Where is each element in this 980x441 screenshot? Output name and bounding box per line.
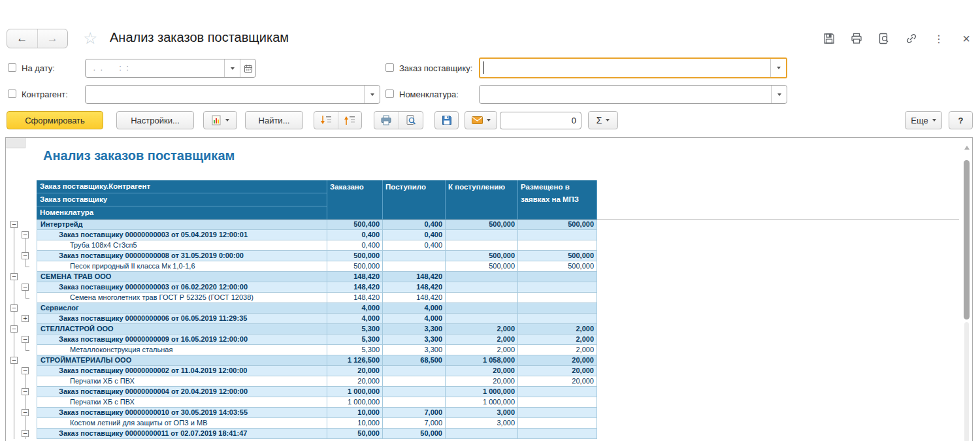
table-row[interactable]: Песок природный II класса Мк 1,0-1,6500,… (6, 261, 597, 272)
favorite-star-icon[interactable]: ☆ (83, 29, 97, 48)
supplier-order-checkbox[interactable] (385, 63, 394, 72)
on-date-dropdown[interactable] (224, 59, 240, 77)
header-cell-received[interactable]: Поступило (383, 180, 446, 220)
tree-margin: − (6, 366, 37, 376)
tree-margin: − (6, 303, 37, 314)
printer-icon (380, 115, 392, 125)
tree-margin (6, 418, 37, 429)
expander-minus-icon[interactable]: − (10, 273, 18, 280)
cell-value: 500,400 (327, 220, 383, 230)
forward-button[interactable]: → (37, 29, 68, 48)
cell-group-label: Заказ поставщику 00000000006 от 06.05.20… (37, 314, 327, 324)
tree-margin: − (6, 324, 37, 335)
header-cell-to-receive[interactable]: К поступлению (446, 180, 518, 220)
table-row[interactable]: Костюм летний для защиты от ОПЗ и МВ10,0… (6, 418, 597, 429)
table-row[interactable]: −Заказ поставщику 00000000011 от 02.07.2… (6, 429, 597, 439)
expander-minus-icon[interactable]: − (22, 231, 29, 238)
table-row[interactable]: −Заказ поставщику 00000000003 от 06.02.2… (6, 282, 597, 293)
close-icon[interactable]: × (959, 31, 973, 46)
find-button[interactable]: Найти... (245, 111, 303, 129)
cell-group-label: Костюм летний для защиты от ОПЗ и МВ (37, 418, 327, 429)
on-date-field[interactable]: . . : : (85, 59, 256, 78)
table-row[interactable]: +Заказ поставщику 00000000006 от 06.05.2… (6, 314, 597, 324)
tree-margin: − (6, 429, 37, 439)
more-menu-icon[interactable]: ⋮ (932, 31, 946, 46)
spreadsheet-corner[interactable] (6, 138, 25, 148)
nomenclature-dropdown[interactable] (771, 86, 787, 103)
collapse-groups-button[interactable] (338, 112, 362, 129)
more-button-label: Еще (911, 116, 928, 125)
expander-minus-icon[interactable]: − (10, 357, 18, 364)
header-cell[interactable]: Заказ поставщику (37, 193, 327, 206)
more-button[interactable]: Еще (905, 111, 942, 129)
generate-button[interactable]: Сформировать (7, 111, 103, 129)
expand-groups-button[interactable] (314, 112, 338, 129)
table-row[interactable]: −Заказ поставщику 00000000009 от 16.05.2… (6, 335, 597, 345)
counterparty-dropdown[interactable] (364, 86, 380, 103)
nomenclature-checkbox[interactable] (385, 90, 394, 98)
print-icon[interactable] (849, 31, 864, 46)
expander-minus-icon[interactable]: − (10, 304, 18, 312)
send-mail-button[interactable] (465, 111, 497, 129)
expander-minus-icon[interactable]: − (22, 284, 29, 291)
print-button[interactable] (374, 112, 399, 129)
expander-minus-icon[interactable]: − (22, 336, 29, 343)
table-row[interactable]: −Заказ поставщику 00000000008 от 31.05.2… (6, 251, 597, 261)
expander-minus-icon[interactable]: − (10, 325, 18, 333)
preview-icon[interactable] (877, 31, 891, 46)
table-row[interactable]: Труба 108х4 Ст3сп50,4000,400 (6, 240, 597, 251)
expander-minus-icon[interactable]: − (22, 409, 29, 416)
supplier-order-value[interactable] (480, 59, 770, 77)
header-cell-placed[interactable]: Размещено в заявках на МПЗ (518, 180, 597, 220)
counterparty-field[interactable] (85, 85, 380, 104)
supplier-order-dropdown[interactable] (770, 59, 786, 77)
table-row[interactable]: Перчатки ХБ с ПВХ1 000,0001 000,000 (6, 397, 597, 408)
link-icon[interactable] (904, 31, 919, 46)
on-date-value[interactable]: . . : : (86, 59, 224, 77)
save-result-button[interactable] (434, 111, 459, 129)
counterparty-value[interactable] (86, 86, 364, 103)
table-row[interactable]: Металлоконструкция стальная5,3003,3002,0… (6, 345, 597, 355)
table-row[interactable]: −Заказ поставщику 00000000010 от 30.05.2… (6, 408, 597, 418)
table-row[interactable]: −СТЕЛЛАСТРОЙ ООО5,3003,3002,0002,000 (6, 324, 597, 335)
expander-minus-icon[interactable]: − (10, 221, 18, 228)
table-row[interactable]: −СТРОЙМАТЕРИАЛЫ ООО1 126,50068,5001 058,… (6, 355, 597, 366)
help-button[interactable]: ? (949, 111, 973, 129)
table-row[interactable]: −Заказ поставщику 00000000002 от 11.04.2… (6, 366, 597, 376)
table-row[interactable]: −Заказ поставщику 00000000003 от 05.04.2… (6, 230, 597, 240)
calendar-button[interactable] (240, 59, 255, 77)
expander-minus-icon[interactable]: − (22, 388, 29, 395)
table-row[interactable]: −Заказ поставщику 00000000004 от 20.04.2… (6, 387, 597, 397)
scrollbar-track[interactable] (964, 322, 969, 441)
counterparty-checkbox[interactable] (8, 90, 16, 98)
nomenclature-field[interactable] (479, 85, 787, 104)
back-button[interactable]: ← (7, 29, 37, 48)
table-row[interactable]: Семена многолетних трав ГОСТ Р 52325 (ГО… (6, 293, 597, 303)
header-cell[interactable]: Заказ поставщику.Контрагент (37, 180, 327, 193)
cell-value: 3,300 (383, 345, 446, 355)
save-icon[interactable] (822, 31, 836, 46)
report-variants-button[interactable] (203, 111, 237, 129)
settings-button[interactable]: Настройки... (116, 111, 194, 129)
cell-value: 0,400 (383, 240, 446, 251)
cell-value: 20,000 (518, 376, 597, 387)
header-cell-ordered[interactable]: Заказано (327, 180, 383, 220)
print-preview-button[interactable] (399, 112, 423, 129)
table-row[interactable]: −Интертрейд500,4000,400500,000500,000 (6, 220, 597, 230)
scroll-up-icon[interactable] (964, 146, 970, 150)
expander-plus-icon[interactable]: + (22, 315, 29, 322)
table-row[interactable]: Перчатки ХБ с ПВХ20,00020,00020,000 (6, 376, 597, 387)
expander-minus-icon[interactable]: − (22, 430, 29, 437)
scrollbar-thumb[interactable] (964, 160, 970, 319)
expander-minus-icon[interactable]: − (22, 367, 29, 374)
header-cell[interactable]: Номенклатура (37, 206, 327, 220)
nomenclature-value[interactable] (480, 86, 771, 103)
sum-value-field[interactable]: 0 (500, 112, 581, 129)
autosum-button[interactable]: Σ (588, 111, 618, 129)
table-row[interactable]: −СЕМЕНА ТРАВ ООО148,420148,420 (6, 272, 597, 282)
expander-minus-icon[interactable]: − (22, 252, 29, 259)
on-date-checkbox[interactable] (8, 63, 16, 72)
table-row[interactable]: −Сервислог4,0004,000 (6, 303, 597, 314)
vertical-scrollbar[interactable] (963, 143, 970, 441)
supplier-order-field[interactable] (479, 57, 787, 78)
